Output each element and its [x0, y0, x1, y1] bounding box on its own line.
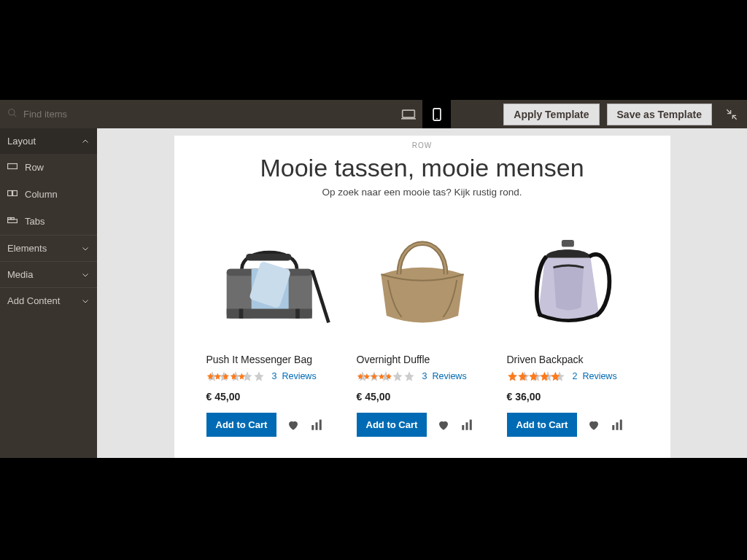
sidebar-item-tabs[interactable]: Tabs — [0, 208, 97, 235]
svg-rect-22 — [312, 425, 314, 430]
rating-stars — [357, 370, 417, 382]
svg-line-7 — [732, 115, 736, 119]
sidebar-group-media[interactable]: Media — [0, 261, 97, 287]
product-card[interactable]: Driven Backpack 2 Reviews € 36,00 Add to… — [507, 212, 638, 437]
toolbar: Apply Template Save as Template — [0, 100, 747, 128]
sidebar-item-label: Tabs — [25, 216, 44, 227]
page-subheadline: Op zoek naar een mooie tas? Kijk rustig … — [174, 187, 670, 198]
search-container — [0, 108, 160, 120]
svg-rect-28 — [561, 240, 573, 246]
product-image — [357, 212, 488, 343]
row-icon — [7, 161, 18, 174]
sidebar-group-label: Layout — [7, 136, 36, 147]
svg-rect-23 — [316, 422, 318, 430]
product-image — [206, 212, 338, 343]
product-name: Overnight Duffle — [357, 354, 488, 365]
chevron-down-icon — [81, 244, 90, 253]
builder-body: Layout Row Column Tabs Elements — [0, 128, 747, 458]
row-type-label: ROW — [174, 136, 670, 151]
svg-rect-17 — [246, 254, 291, 260]
svg-rect-29 — [613, 425, 615, 430]
apply-template-button[interactable]: Apply Template — [503, 104, 599, 125]
sidebar-group-label: Add Content — [7, 295, 60, 306]
sidebar-group-layout[interactable]: Layout — [0, 128, 97, 154]
tabs-icon — [7, 215, 18, 228]
search-icon — [7, 108, 18, 120]
svg-rect-2 — [402, 110, 414, 117]
product-name: Push It Messenger Bag — [206, 354, 338, 365]
svg-rect-30 — [616, 422, 619, 430]
sidebar-item-label: Row — [25, 162, 44, 173]
exit-fullscreen-icon[interactable] — [722, 105, 741, 124]
svg-rect-24 — [320, 419, 322, 429]
svg-point-5 — [436, 117, 438, 119]
save-template-button[interactable]: Save as Template — [607, 104, 712, 125]
svg-rect-26 — [466, 422, 468, 430]
product-name: Driven Backpack — [507, 354, 638, 365]
rating-stars — [507, 370, 567, 382]
svg-rect-20 — [239, 309, 243, 319]
sidebar-item-label: Column — [25, 189, 58, 200]
svg-rect-11 — [8, 219, 18, 223]
svg-rect-13 — [11, 218, 14, 219]
reviews-link[interactable]: 3 Reviews — [272, 371, 317, 381]
add-to-cart-button[interactable]: Add to Cart — [206, 413, 277, 437]
svg-rect-9 — [8, 191, 12, 196]
chevron-down-icon — [81, 271, 90, 279]
viewport-desktop[interactable] — [394, 100, 422, 128]
svg-rect-31 — [620, 419, 622, 429]
add-to-cart-button[interactable]: Add to Cart — [357, 413, 427, 437]
toolbar-right: Apply Template Save as Template — [503, 100, 741, 128]
svg-line-1 — [14, 114, 17, 117]
reviews-link[interactable]: 2 Reviews — [573, 371, 617, 381]
sidebar-group-add-content[interactable]: Add Content — [0, 287, 97, 314]
wishlist-icon[interactable] — [287, 419, 300, 432]
content-row[interactable]: ROW Mooie tassen, mooie mensen Op zoek n… — [174, 136, 670, 458]
product-price: € 45,00 — [206, 391, 338, 402]
column-icon — [7, 188, 18, 201]
chevron-up-icon — [81, 137, 90, 146]
product-price: € 36,00 — [507, 391, 638, 402]
compare-icon[interactable] — [310, 419, 323, 432]
svg-rect-10 — [13, 191, 18, 196]
sidebar: Layout Row Column Tabs Elements — [0, 128, 97, 458]
svg-rect-12 — [8, 218, 11, 219]
page-headline: Mooie tassen, mooie mensen — [174, 154, 670, 182]
sidebar-item-column[interactable]: Column — [0, 181, 97, 208]
sidebar-group-label: Elements — [7, 243, 47, 254]
svg-rect-21 — [295, 309, 300, 319]
chevron-down-icon — [81, 297, 90, 306]
page-builder-app: Apply Template Save as Template Layout R… — [0, 100, 747, 458]
product-list: Push It Messenger Bag 3 Reviews € 45,00 … — [174, 212, 670, 437]
search-input[interactable] — [23, 109, 133, 120]
sidebar-group-elements[interactable]: Elements — [0, 235, 97, 261]
rating-stars — [206, 370, 266, 382]
add-to-cart-button[interactable]: Add to Cart — [507, 413, 578, 437]
svg-rect-27 — [470, 419, 472, 429]
canvas[interactable]: ROW Mooie tassen, mooie mensen Op zoek n… — [97, 128, 747, 458]
sidebar-group-label: Media — [7, 269, 33, 280]
wishlist-icon[interactable] — [587, 419, 600, 432]
compare-icon[interactable] — [460, 419, 473, 432]
viewport-mobile[interactable] — [422, 100, 451, 128]
product-card[interactable]: Push It Messenger Bag 3 Reviews € 45,00 … — [206, 212, 338, 437]
viewport-switcher — [394, 100, 451, 128]
compare-icon[interactable] — [611, 419, 624, 432]
svg-rect-25 — [462, 425, 465, 430]
sidebar-item-row[interactable]: Row — [0, 154, 97, 181]
svg-rect-8 — [8, 164, 18, 169]
product-image — [507, 212, 638, 343]
reviews-link[interactable]: 3 Reviews — [422, 371, 467, 381]
svg-point-0 — [9, 109, 15, 115]
svg-line-6 — [727, 109, 730, 113]
product-price: € 45,00 — [357, 391, 488, 402]
wishlist-icon[interactable] — [437, 419, 450, 432]
product-card[interactable]: Overnight Duffle 3 Reviews € 45,00 Add t… — [357, 212, 488, 437]
